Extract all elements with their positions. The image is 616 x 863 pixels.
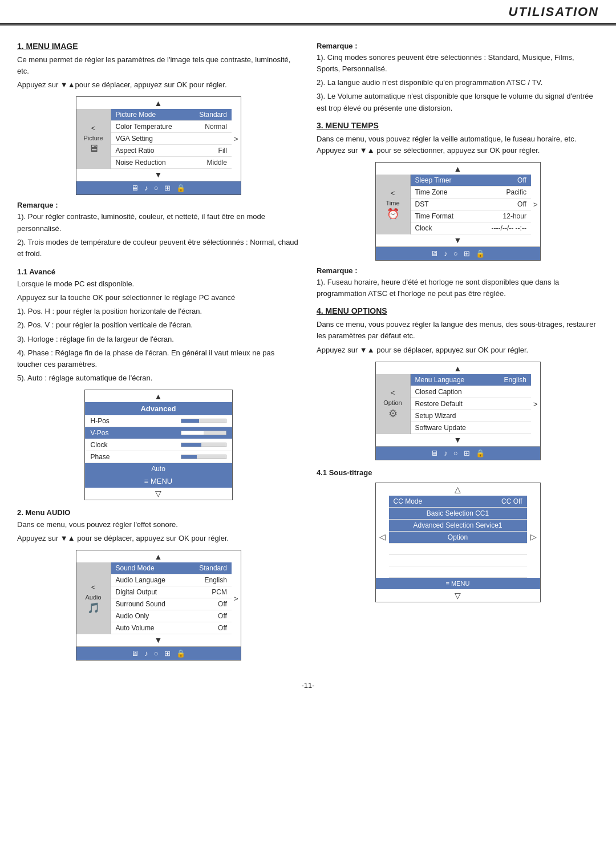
cc-top-row: ◁ CC Mode CC Off Basic Selection CC1 Adv… <box>376 496 540 578</box>
menu-audio-sidebar: < Audio 🎵 <box>76 562 111 634</box>
menu-item-timeformat[interactable]: Time Format 12-hour <box>411 210 531 222</box>
icon-lock: 🔒 <box>176 184 185 192</box>
adv-phase[interactable]: Phase <box>85 451 232 463</box>
cc-menu-icon: ≡ MENU <box>446 580 470 587</box>
audio-icon-lock: 🔒 <box>176 649 185 658</box>
cc-option-row[interactable]: Option <box>389 532 527 544</box>
section4-1-title: 4.1 Sous-titrage <box>317 468 599 477</box>
menu-item-clock[interactable]: Clock ----/--/-- --:-- <box>411 222 531 234</box>
menu-item-auto-vol[interactable]: Auto Volume Off <box>111 622 232 634</box>
col-right: Remarque : 1). Cinq modes sonores peuven… <box>317 42 599 666</box>
menu-item-wizard[interactable]: Setup Wizard <box>411 410 531 422</box>
menu-item-audio-only[interactable]: Audio Only Off <box>111 610 232 622</box>
opt-icon-lock: 🔒 <box>476 449 485 457</box>
sidebar-audio-label: Audio <box>85 594 101 601</box>
menu-image-ui: ▲ < Picture 🖥 Picture Mode Standard Colo <box>76 96 241 195</box>
menu-item-audio-lang[interactable]: Audio Language English <box>111 574 232 586</box>
cc-menu-bottom: ≡ MENU <box>376 578 540 589</box>
avance-line1: Lorsque le mode PC est disponible. <box>17 278 299 290</box>
menu-item-vga[interactable]: VGA Setting <box>111 133 232 145</box>
icon-music: ♪ <box>144 184 148 192</box>
menu-image-sidebar: < Picture 🖥 <box>76 109 111 169</box>
cc-adv-row[interactable]: Advanced Selection Service1 <box>389 520 527 532</box>
adv-clock[interactable]: Clock <box>85 439 232 451</box>
remark1-line1: 1). Pour régler contraste, luminosité, c… <box>17 211 299 234</box>
right-arrow-audio: > <box>232 562 241 634</box>
audio-icon-grid: ⊞ <box>164 649 171 658</box>
left-arrow-icon: < <box>91 124 96 132</box>
section3-title: 3. MENU TEMPS <box>317 121 599 130</box>
section1-desc: Ce menu permet de régler les paramètres … <box>17 54 299 77</box>
cc-empty2 <box>389 555 527 566</box>
cc-menu-ui: △ ◁ CC Mode CC Off Basic Selection CC1 A… <box>375 483 541 602</box>
section2-title: 2. Menu AUDIO <box>17 508 299 517</box>
section-menu-options: 4. MENU OPTIONS Dans ce menu, vous pouve… <box>317 306 599 460</box>
remark2-line1: 1). Cinq modes sonores peuvent être séle… <box>317 52 599 75</box>
remark-section1: Remarque : 1). Pour régler contraste, lu… <box>17 201 299 260</box>
cc-items-container: CC Mode CC Off Basic Selection CC1 Advan… <box>389 496 527 578</box>
avance-line3: 1). Pos. H : pour régler la position hor… <box>17 306 299 317</box>
section-menu-temps: 3. MENU TEMPS Dans ce menu, vous pouvez … <box>317 121 599 300</box>
audio-icon-music: ♪ <box>144 649 148 658</box>
menu-item-cc[interactable]: Closed Caption <box>411 386 531 398</box>
avance-line6: 4). Phase : Réglage fin de la phase de l… <box>17 347 299 370</box>
adv-clock-label: Clock <box>91 441 108 449</box>
menu-audio-items: Sound Mode Standard Audio Language Engli… <box>111 562 232 634</box>
menu-item-aspect[interactable]: Aspect Ratio Fill <box>111 145 232 157</box>
cc-left-arrow-icon: ◁ <box>376 496 389 578</box>
time-icon-music: ♪ <box>444 249 448 258</box>
adv-hpos[interactable]: H-Pos <box>85 415 232 427</box>
opt-icon-clock: ○ <box>453 449 458 457</box>
remark3-line1: 1). Fuseau horaire, heure d'été et horlo… <box>317 277 599 299</box>
audio-icon: 🎵 <box>87 602 100 614</box>
col-left: 1. MENU IMAGE Ce menu permet de régler l… <box>17 42 299 666</box>
remark1-line2: 2). Trois modes de température de couleu… <box>17 237 299 260</box>
cc-mode-row[interactable]: CC Mode CC Off <box>389 496 527 508</box>
adv-vpos-bar <box>179 431 226 435</box>
cc-mode-label: CC Mode <box>394 497 423 505</box>
adv-arrow-down: ▽ <box>85 488 232 500</box>
cc-arrow-up: △ <box>376 483 540 496</box>
menu-item-sleep[interactable]: Sleep Timer Off <box>411 175 531 187</box>
menu-item-noise[interactable]: Noise Reduction Middle <box>111 157 232 169</box>
menu-item-surround[interactable]: Surround Sound Off <box>111 598 232 610</box>
adv-menu-bottom: ≡ MENU <box>85 475 232 488</box>
menu-item-color-temp[interactable]: Color Temperature Normal <box>111 121 232 133</box>
adv-auto[interactable]: Auto <box>85 463 232 475</box>
time-icon-clock: ○ <box>453 249 458 258</box>
section1-instruction: Appuyez sur ▼▲pour se déplacer, appuyez … <box>17 79 299 91</box>
cc-basic-row[interactable]: Basic Selection CC1 <box>389 508 527 520</box>
remark-section2: Remarque : 1). Cinq modes sonores peuven… <box>317 42 599 114</box>
adv-hpos-label: H-Pos <box>91 417 110 425</box>
adv-vpos[interactable]: V-Pos <box>85 427 232 439</box>
arrow-down-audio: ▼ <box>76 634 241 646</box>
cc-mode-value: CC Off <box>501 497 522 505</box>
menu-item-sound-mode[interactable]: Sound Mode Standard <box>111 562 232 574</box>
monitor-icon: 🖥 <box>88 143 99 155</box>
cc-empty3 <box>389 566 527 578</box>
section4-desc: Dans ce menu, vous pouvez régler la lang… <box>317 319 599 342</box>
right-arrow-image: > <box>232 109 241 169</box>
icon-grid: ⊞ <box>164 184 171 192</box>
menu-audio-ui: ▲ < Audio 🎵 Sound Mode Standard Audio La <box>76 550 241 661</box>
section1-title: 1. MENU IMAGE <box>17 42 299 51</box>
arrow-up-options: ▲ <box>376 362 540 374</box>
avance-line5: 3). Horloge : réglage fin de la largeur … <box>17 334 299 345</box>
header-divider <box>0 25 616 26</box>
main-content: 1. MENU IMAGE Ce menu permet de régler l… <box>0 31 616 678</box>
menu-item-digital-out[interactable]: Digital Output PCM <box>111 586 232 598</box>
menu-item-update[interactable]: Software Update <box>411 422 531 434</box>
right-arrow-options: > <box>531 374 540 434</box>
menu-item-picture-mode[interactable]: Picture Mode Standard <box>111 109 232 121</box>
menu-options-bottom: 🖥 ♪ ○ ⊞ 🔒 <box>376 446 540 460</box>
menu-item-timezone[interactable]: Time Zone Pacific <box>411 187 531 198</box>
menu-item-restore[interactable]: Restore Default <box>411 398 531 410</box>
icon-monitor: 🖥 <box>131 184 139 192</box>
menu-item-lang[interactable]: Menu Language English <box>411 374 531 386</box>
cc-adv-label: Advanced Selection Service1 <box>413 521 502 529</box>
section-avance: 1.1 Avancé Lorsque le mode PC est dispon… <box>17 268 299 500</box>
menu-options-sidebar: < Option ⚙ <box>376 374 410 434</box>
sidebar-time-label: Time <box>386 200 399 206</box>
adv-clock-bar <box>179 443 226 447</box>
menu-item-dst[interactable]: DST Off <box>411 198 531 210</box>
